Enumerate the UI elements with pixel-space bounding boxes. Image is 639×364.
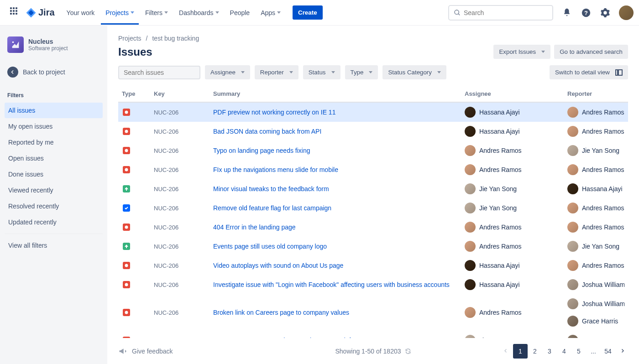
table-row[interactable]: NUC-206Video autoplays with sound on Abo… bbox=[118, 256, 628, 275]
table-row[interactable]: NUC-206Broken link on Careers page to co… bbox=[118, 294, 628, 331]
user-avatar[interactable] bbox=[619, 5, 634, 20]
filter-assignee[interactable]: Assignee bbox=[205, 65, 250, 79]
issue-key[interactable]: NUC-206 bbox=[154, 186, 213, 192]
give-feedback[interactable]: Give feedback bbox=[118, 347, 173, 356]
sidebar-divider bbox=[5, 234, 103, 234]
sidebar-filter-item[interactable]: Done issues bbox=[5, 166, 103, 182]
issue-summary-link[interactable]: Bad JSON data coming back from API bbox=[213, 128, 321, 135]
issue-key[interactable]: NUC-206 bbox=[154, 243, 213, 250]
nav-filters[interactable]: Filters bbox=[141, 1, 173, 25]
sidebar-filter-item[interactable]: Viewed recently bbox=[5, 182, 103, 198]
task-icon bbox=[123, 204, 130, 212]
page-prev[interactable] bbox=[500, 345, 511, 358]
sidebar-filter-item[interactable]: Reported by me bbox=[5, 135, 103, 150]
help-icon[interactable]: ? bbox=[581, 7, 592, 18]
crumb-project: test bug tracking bbox=[152, 35, 199, 42]
issue-key[interactable]: NUC-206 bbox=[154, 309, 213, 316]
page-button[interactable]: 1 bbox=[513, 344, 528, 359]
page-button[interactable]: 2 bbox=[528, 344, 542, 359]
switch-view-button[interactable]: Switch to detail view bbox=[550, 65, 628, 79]
table-row[interactable]: NUC-206Investigate issue with "Login wit… bbox=[118, 275, 628, 294]
crumb-projects[interactable]: Projects bbox=[118, 35, 141, 42]
col-reporter[interactable]: Reporter bbox=[567, 90, 624, 97]
nav-dashboards[interactable]: Dashboards bbox=[174, 1, 224, 25]
page-button[interactable]: 5 bbox=[571, 344, 586, 359]
filter-status[interactable]: Status bbox=[303, 65, 340, 79]
filter-status-category[interactable]: Status Category bbox=[382, 65, 446, 79]
issue-summary-link[interactable]: Typo on landing page needs fixing bbox=[213, 147, 310, 154]
issue-key[interactable]: NUC-206 bbox=[154, 166, 213, 173]
page-button[interactable]: 3 bbox=[542, 344, 557, 359]
assignee-cell: Andres Ramos bbox=[465, 241, 567, 252]
global-search-input[interactable] bbox=[464, 9, 548, 16]
avatar bbox=[465, 222, 476, 233]
col-key[interactable]: Key bbox=[154, 90, 213, 97]
issue-key[interactable]: NUC-206 bbox=[154, 262, 213, 269]
project-card[interactable]: Nucleus Software project bbox=[5, 35, 103, 55]
sidebar-filter-item[interactable]: Resolved recently bbox=[5, 198, 103, 214]
table-row[interactable]: NUC-206Bad JSON data coming back from AP… bbox=[118, 122, 628, 141]
page-button[interactable]: 54 bbox=[601, 344, 615, 359]
notifications-icon[interactable] bbox=[561, 7, 572, 18]
issue-summary-link[interactable]: FIx up the navigations menu slide for mo… bbox=[213, 166, 338, 173]
issue-summary-link[interactable]: Events page still uses old company logo bbox=[213, 243, 327, 250]
issue-summary-link[interactable]: Broken link on Careers page to company v… bbox=[213, 309, 349, 316]
sidebar-view-all-filters[interactable]: View all filters bbox=[5, 238, 103, 253]
search-issues[interactable] bbox=[118, 66, 200, 79]
global-search[interactable] bbox=[448, 5, 553, 21]
nav-your-work[interactable]: Your work bbox=[62, 1, 100, 25]
col-summary[interactable]: Summary bbox=[213, 90, 465, 97]
chevron-down-icon bbox=[289, 71, 293, 73]
filter-reporter[interactable]: Reporter bbox=[255, 65, 299, 79]
back-to-project[interactable]: Back to project bbox=[5, 62, 103, 82]
table-row[interactable]: NUC-206Events page still uses old compan… bbox=[118, 237, 628, 256]
sidebar-filter-item[interactable]: My open issues bbox=[5, 119, 103, 134]
advanced-search-button[interactable]: Go to advanced search bbox=[554, 45, 628, 59]
issue-summary-link[interactable]: Minor visual tweaks to the feedback form bbox=[213, 185, 329, 192]
page-next[interactable] bbox=[617, 345, 628, 358]
issue-summary-link[interactable]: Remove old feature flag for last campaig… bbox=[213, 204, 331, 212]
issue-key[interactable]: NUC-206 bbox=[154, 281, 213, 288]
project-icon bbox=[7, 36, 24, 53]
col-type[interactable]: Type bbox=[122, 90, 154, 97]
table-row[interactable]: NUC-206Force SSL on any page that contai… bbox=[118, 331, 628, 338]
nav-apps[interactable]: Apps bbox=[256, 1, 285, 25]
page-button[interactable]: 4 bbox=[557, 344, 571, 359]
svg-point-9 bbox=[125, 111, 128, 114]
chevron-down-icon bbox=[131, 11, 134, 14]
refresh-icon[interactable] bbox=[405, 348, 411, 354]
settings-icon[interactable] bbox=[600, 7, 611, 18]
issue-key[interactable]: NUC-206 bbox=[154, 224, 213, 231]
nav-projects[interactable]: Projects bbox=[101, 1, 139, 25]
issue-key[interactable]: NUC-206 bbox=[154, 205, 213, 212]
nav-people[interactable]: People bbox=[225, 1, 255, 25]
table-row[interactable]: NUC-206Remove old feature flag for last … bbox=[118, 198, 628, 218]
create-button[interactable]: Create bbox=[293, 5, 323, 20]
table-row[interactable]: NUC-206FIx up the navigations menu slide… bbox=[118, 160, 628, 179]
export-issues-button[interactable]: Export Issues bbox=[493, 45, 550, 59]
issue-summary-link[interactable]: 404 Error in the landing page bbox=[213, 224, 296, 231]
issue-summary-link[interactable]: Video autoplays with sound on About Us p… bbox=[213, 262, 343, 269]
chevron-down-icon bbox=[331, 71, 335, 73]
filter-type[interactable]: Type bbox=[345, 65, 378, 79]
avatar bbox=[465, 335, 476, 338]
issue-key[interactable]: NUC-206 bbox=[154, 109, 213, 116]
search-issues-input[interactable] bbox=[124, 69, 204, 76]
sidebar-filter-item[interactable]: Open issues bbox=[5, 151, 103, 166]
table-row[interactable]: NUC-206Typo on landing page needs fixing… bbox=[118, 141, 628, 160]
jira-brand[interactable]: Jira bbox=[26, 7, 55, 18]
table-row[interactable]: NUC-206404 Error in the landing pageAndr… bbox=[118, 218, 628, 237]
footer: Give feedback Showing 1-50 of 18203 1234… bbox=[107, 338, 639, 364]
issue-key[interactable]: NUC-206 bbox=[154, 147, 213, 154]
bug-icon bbox=[123, 109, 130, 116]
sidebar-filter-item[interactable]: All issues bbox=[5, 103, 103, 118]
issue-key[interactable]: NUC-206 bbox=[154, 128, 213, 135]
table-row[interactable]: NUC-206Minor visual tweaks to the feedba… bbox=[118, 179, 628, 198]
svg-point-14 bbox=[125, 264, 128, 267]
issue-summary-link[interactable]: PDF preview not working correctly on IE … bbox=[213, 109, 335, 116]
table-row[interactable]: NUC-206PDF preview not working correctly… bbox=[118, 103, 628, 122]
issue-summary-link[interactable]: Investigate issue with "Login with Faceb… bbox=[213, 281, 450, 288]
app-switcher-icon[interactable] bbox=[10, 7, 21, 18]
col-assignee[interactable]: Assignee bbox=[465, 90, 567, 97]
sidebar-filter-item[interactable]: Updated recently bbox=[5, 214, 103, 230]
